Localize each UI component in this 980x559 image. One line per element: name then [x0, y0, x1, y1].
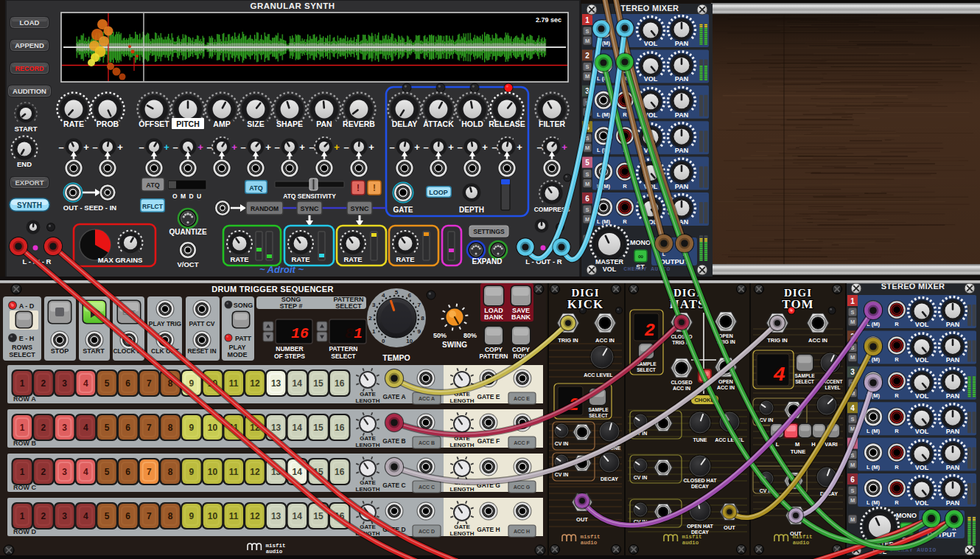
svg-text:1: 1 [354, 325, 363, 342]
svg-text:!: ! [373, 183, 376, 193]
svg-text:1: 1 [20, 423, 25, 433]
svg-text:GATE F: GATE F [477, 437, 500, 445]
svg-text:–: – [457, 142, 462, 153]
svg-text:6: 6 [408, 292, 412, 299]
svg-text:DECAY: DECAY [601, 476, 618, 482]
svg-text:S: S [850, 487, 854, 494]
svg-text:16: 16 [335, 423, 345, 433]
svg-text:EXPORT: EXPORT [15, 178, 43, 187]
svg-text:2: 2 [41, 378, 46, 389]
svg-text:3: 3 [372, 302, 376, 308]
svg-text:LENGTH: LENGTH [356, 442, 380, 448]
svg-text:CV IN: CV IN [634, 475, 648, 480]
svg-text:GATE H: GATE H [477, 526, 500, 533]
svg-text:SYNTH: SYNTH [17, 201, 42, 209]
svg-text:LOAD: LOAD [20, 18, 40, 27]
svg-text:RESET IN: RESET IN [187, 347, 216, 355]
svg-text:ATQ SENSITIVITY: ATQ SENSITIVITY [283, 192, 336, 200]
svg-text:GATE: GATE [360, 435, 376, 442]
svg-text:LEVEL: LEVEL [825, 385, 841, 390]
svg-text:4: 4 [83, 467, 88, 477]
svg-text:M: M [850, 497, 855, 504]
svg-text:10: 10 [208, 423, 218, 433]
svg-text:VOL: VOL [644, 40, 658, 47]
svg-text:PAN: PAN [946, 499, 959, 507]
svg-text:M: M [585, 145, 589, 151]
svg-text:audio: audio [793, 540, 810, 546]
svg-text:80%: 80% [463, 332, 477, 339]
svg-text:5: 5 [105, 378, 110, 389]
svg-text:BANK: BANK [511, 313, 531, 321]
svg-text:R: R [895, 428, 899, 434]
svg-text:PAN: PAN [675, 183, 688, 190]
svg-text:2: 2 [368, 315, 372, 322]
svg-text:1: 1 [372, 328, 376, 335]
svg-text:DEPTH: DEPTH [459, 206, 484, 214]
svg-text:6: 6 [125, 378, 130, 389]
svg-text:SYNC: SYNC [350, 205, 369, 212]
svg-text:ACC LEVEL: ACC LEVEL [584, 372, 613, 378]
svg-text:ACC E: ACC E [514, 396, 530, 401]
svg-text:9: 9 [189, 423, 194, 433]
svg-text:VOL: VOL [644, 75, 658, 83]
svg-text:ACC A: ACC A [419, 396, 435, 401]
svg-text:PAN: PAN [946, 321, 959, 328]
svg-text:3: 3 [62, 467, 67, 477]
svg-text:M: M [850, 354, 855, 361]
svg-text:SELECT: SELECT [331, 353, 356, 360]
svg-text:RATE: RATE [291, 255, 309, 263]
svg-text:S: S [585, 171, 589, 178]
svg-text:8: 8 [168, 423, 173, 433]
svg-text:OPEN: OPEN [718, 379, 733, 384]
svg-text:SIZE: SIZE [247, 119, 264, 128]
svg-text:12: 12 [250, 378, 260, 389]
svg-text:LENGTH: LENGTH [450, 530, 475, 537]
svg-text:16: 16 [335, 467, 345, 477]
svg-text:RATE: RATE [230, 255, 248, 263]
svg-text:ATTACK: ATTACK [423, 119, 454, 128]
svg-text:13: 13 [271, 378, 281, 389]
svg-text:L (M): L (M) [867, 499, 880, 506]
svg-text:3: 3 [62, 378, 67, 389]
svg-text:–: – [172, 142, 178, 153]
svg-text:VOL: VOL [915, 428, 929, 435]
svg-text:+: + [83, 142, 89, 153]
svg-text:DECAY: DECAY [691, 484, 709, 489]
svg-text:13: 13 [271, 511, 281, 521]
svg-text:PAN: PAN [946, 392, 959, 400]
svg-text:–: – [139, 142, 144, 153]
svg-text:5: 5 [105, 423, 110, 433]
svg-text:S: S [850, 416, 854, 423]
svg-text:12: 12 [250, 511, 260, 521]
svg-text:PLAY: PLAY [228, 344, 245, 351]
svg-text:OUT - SEED - IN: OUT - SEED - IN [63, 204, 116, 212]
svg-text:DRUM TRIGGER SEQUENCER: DRUM TRIGGER SEQUENCER [211, 285, 334, 294]
svg-text:–: – [274, 142, 279, 153]
svg-text:VOL: VOL [915, 321, 929, 328]
svg-text:9: 9 [189, 378, 194, 389]
svg-text:9: 9 [189, 467, 194, 477]
svg-text:R: R [623, 183, 627, 190]
svg-text:M: M [585, 216, 589, 223]
svg-text:5: 5 [585, 159, 589, 167]
svg-text:ATQ: ATQ [249, 184, 262, 192]
svg-text:5: 5 [395, 289, 399, 296]
svg-text:SELECT: SELECT [335, 302, 362, 310]
svg-text:15: 15 [313, 423, 323, 433]
svg-text:OFFSET: OFFSET [139, 119, 169, 128]
svg-text:15: 15 [313, 378, 323, 389]
svg-text:∞: ∞ [638, 252, 643, 260]
svg-text:SHAPE: SHAPE [276, 119, 303, 128]
svg-text:–: – [343, 142, 349, 153]
svg-text:L (M): L (M) [867, 464, 880, 471]
svg-text:ACC C: ACC C [419, 485, 435, 490]
svg-text:FILTER: FILTER [539, 119, 565, 128]
svg-text:16: 16 [291, 325, 309, 342]
svg-text:14: 14 [293, 378, 303, 389]
svg-text:PATTERN: PATTERN [480, 353, 508, 360]
svg-text:4: 4 [850, 404, 855, 412]
svg-text:R: R [895, 356, 899, 363]
svg-text:16: 16 [335, 378, 345, 389]
svg-text:4: 4 [382, 292, 385, 299]
svg-text:AMP: AMP [213, 119, 230, 128]
